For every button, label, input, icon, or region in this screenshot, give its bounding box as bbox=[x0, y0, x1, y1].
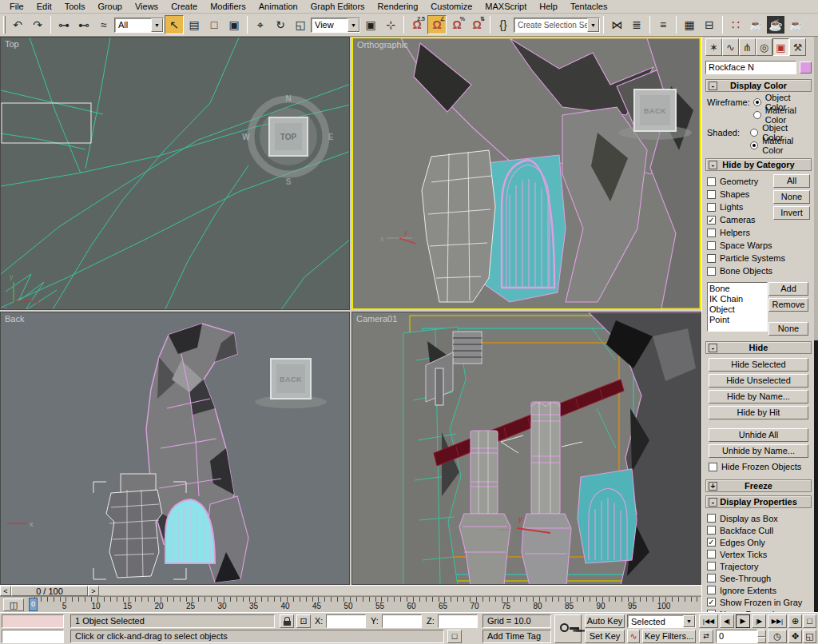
render-setup-icon[interactable]: ☕ bbox=[746, 15, 765, 34]
curve-editor-icon[interactable]: ▦ bbox=[680, 15, 699, 34]
tab-hierarchy-icon[interactable]: ⋔ bbox=[739, 38, 756, 56]
spinner-snap-icon[interactable]: Ω⇅ bbox=[467, 15, 486, 34]
dropdown-arrow-icon[interactable]: ▼ bbox=[683, 615, 695, 627]
vertex-ticks-checkbox[interactable] bbox=[707, 550, 716, 559]
add-time-tag[interactable]: Add Time Tag bbox=[482, 630, 551, 643]
time-slider-track[interactable] bbox=[99, 586, 701, 596]
current-frame-field[interactable]: 0 bbox=[716, 630, 757, 643]
menu-create[interactable]: Create bbox=[165, 1, 204, 12]
frame-spinner[interactable] bbox=[757, 630, 766, 643]
undo-icon[interactable]: ↶ bbox=[8, 15, 27, 34]
spinner-up-icon[interactable] bbox=[757, 630, 766, 637]
percent-snap-icon[interactable]: Ω% bbox=[447, 15, 467, 34]
material-editor-icon[interactable]: ∷ bbox=[726, 15, 745, 34]
rollout-display-color-header[interactable]: - Display Color bbox=[705, 79, 812, 92]
hide-frozen-objects-checkbox[interactable] bbox=[709, 463, 717, 471]
tab-motion-icon[interactable]: ◎ bbox=[756, 38, 772, 56]
list-none-button[interactable]: None bbox=[768, 322, 808, 336]
quick-render-icon[interactable]: ☕ bbox=[786, 15, 805, 34]
geometry-checkbox[interactable] bbox=[707, 177, 716, 186]
mini-curve-editor-icon[interactable]: ◫ bbox=[3, 598, 24, 611]
use-center-icon[interactable]: ▣ bbox=[361, 15, 380, 34]
rollout-hide-header[interactable]: - Hide bbox=[705, 341, 812, 354]
auto-key-button[interactable]: Auto Key bbox=[585, 614, 625, 628]
menu-graph-editors[interactable]: Graph Editors bbox=[304, 1, 371, 12]
menu-views[interactable]: Views bbox=[129, 1, 165, 12]
named-selection-sets-icon[interactable]: {} bbox=[494, 15, 513, 34]
play-button[interactable]: ▶ bbox=[736, 614, 750, 628]
key-mode-toggle-button[interactable]: ⇄ bbox=[699, 630, 713, 643]
category-exclusion-list[interactable]: Bone IK Chain Object Point bbox=[707, 282, 768, 332]
menu-animation[interactable]: Animation bbox=[252, 1, 304, 12]
viewport-top-canvas[interactable]: N S E W TOP x y z bbox=[1, 38, 350, 310]
collapse-icon[interactable]: - bbox=[709, 498, 717, 507]
pan-tool-icon[interactable]: ✥ bbox=[788, 630, 802, 643]
ignore-extents-checkbox[interactable] bbox=[707, 586, 716, 594]
viewport-back[interactable]: Back BACK bbox=[0, 312, 350, 585]
edges-only-checkbox[interactable] bbox=[707, 538, 716, 547]
menu-rendering[interactable]: Rendering bbox=[371, 1, 425, 12]
category-none-button[interactable]: None bbox=[773, 190, 810, 204]
trajectory-checkbox[interactable] bbox=[707, 562, 716, 570]
selection-lock-button[interactable] bbox=[280, 614, 294, 628]
viewport-camera01-label[interactable]: Camera01 bbox=[356, 314, 397, 324]
selection-filter-dropdown[interactable]: All ▼ bbox=[114, 18, 164, 33]
list-add-button[interactable]: Add bbox=[768, 282, 808, 296]
key-filters-button[interactable]: Key Filters... bbox=[642, 630, 696, 643]
tab-utilities-icon[interactable]: ⚒ bbox=[789, 38, 806, 56]
select-and-move-icon[interactable]: ⌖ bbox=[251, 15, 270, 34]
unlink-selection-icon[interactable]: ⊷ bbox=[74, 15, 93, 34]
tab-display-icon[interactable]: ▣ bbox=[772, 38, 789, 56]
quick-render-last-icon[interactable]: ☕ bbox=[766, 15, 785, 34]
time-slider-prev-button[interactable]: < bbox=[0, 586, 11, 596]
category-all-button[interactable]: All bbox=[773, 174, 810, 188]
goto-end-button[interactable]: ▶▶| bbox=[768, 614, 787, 628]
helpers-checkbox[interactable] bbox=[707, 229, 716, 237]
next-frame-button[interactable]: |▶ bbox=[752, 614, 766, 628]
absolute-offset-toggle[interactable]: ⊡ bbox=[296, 614, 311, 628]
menu-tentacles[interactable]: Tentacles bbox=[564, 1, 614, 12]
menu-maxscript[interactable]: MAXScript bbox=[478, 1, 533, 12]
toolbar-drag-handle[interactable] bbox=[3, 16, 6, 34]
redo-icon[interactable]: ↷ bbox=[28, 15, 47, 34]
viewport-camera01[interactable]: Camera01 bbox=[351, 312, 701, 585]
viewcube-top[interactable]: N S E W TOP bbox=[242, 94, 333, 186]
menu-customize[interactable]: Customize bbox=[424, 1, 478, 12]
time-slider-handle[interactable]: 0 / 100 bbox=[11, 586, 88, 596]
align-icon[interactable]: ≣ bbox=[627, 15, 646, 34]
menu-modifiers[interactable]: Modifiers bbox=[204, 1, 252, 12]
angle-snap-icon[interactable]: Ω∠ bbox=[427, 15, 447, 34]
set-keys-button[interactable] bbox=[554, 614, 582, 643]
select-and-rotate-icon[interactable]: ↻ bbox=[271, 15, 290, 34]
maxscript-mini-listener[interactable] bbox=[2, 630, 64, 643]
tab-create-icon[interactable]: ✶ bbox=[705, 38, 722, 56]
select-and-manipulate-icon[interactable]: ⊹ bbox=[381, 15, 400, 34]
show-frozen-in-gray-checkbox[interactable] bbox=[707, 598, 716, 606]
y-coord-field[interactable] bbox=[382, 614, 422, 628]
snap-toggle-icon[interactable]: Ω2.5 bbox=[407, 15, 427, 34]
bind-to-spacewarp-icon[interactable]: ≈ bbox=[94, 15, 113, 34]
z-coord-field[interactable] bbox=[438, 614, 478, 628]
key-mode-dropdown[interactable]: Selected ▼ bbox=[627, 614, 696, 628]
collapse-icon[interactable]: - bbox=[709, 344, 717, 352]
rollout-display-properties-header[interactable]: - Display Properties bbox=[705, 495, 812, 508]
current-frame-marker[interactable]: 0 bbox=[29, 598, 38, 611]
menu-help[interactable]: Help bbox=[533, 1, 564, 12]
minmax-toggle-icon[interactable]: ◱ bbox=[803, 630, 816, 643]
menu-tools[interactable]: Tools bbox=[58, 1, 92, 12]
viewport-top-label[interactable]: Top bbox=[5, 39, 19, 49]
rollout-freeze-header[interactable]: + Freeze bbox=[705, 479, 812, 492]
shaded-material-color-radio[interactable] bbox=[750, 141, 758, 149]
dropdown-arrow-icon[interactable]: ▼ bbox=[587, 18, 599, 32]
rectangular-selection-region-icon[interactable]: □ bbox=[204, 15, 224, 34]
collapse-icon[interactable]: - bbox=[709, 81, 717, 90]
spinner-down-icon[interactable] bbox=[757, 637, 766, 644]
time-configuration-button[interactable]: ◷ bbox=[768, 630, 787, 643]
hide-selected-button[interactable]: Hide Selected bbox=[709, 358, 808, 372]
bone-objects-checkbox[interactable] bbox=[707, 267, 716, 276]
cameras-checkbox[interactable] bbox=[707, 216, 716, 225]
unhide-by-name-button[interactable]: Unhide by Name... bbox=[709, 444, 808, 458]
select-object-icon[interactable]: ↖ bbox=[165, 15, 184, 34]
set-key-button[interactable]: Set Key bbox=[585, 630, 625, 643]
schematic-view-icon[interactable]: ⊟ bbox=[700, 15, 719, 34]
